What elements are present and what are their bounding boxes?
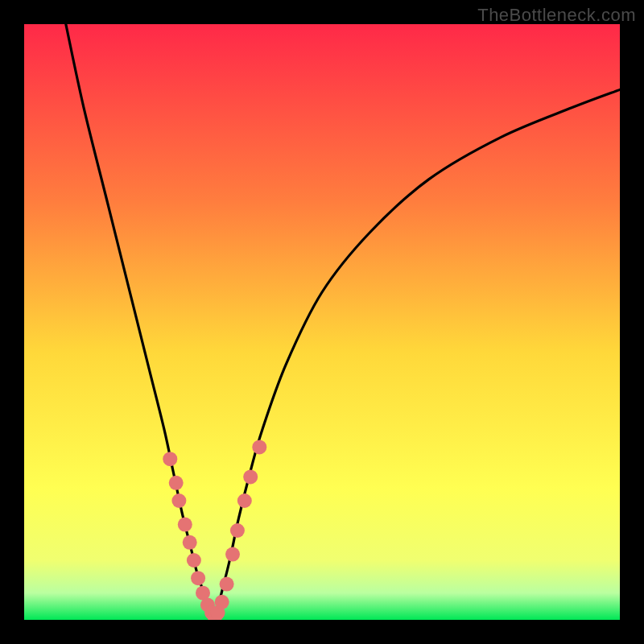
data-dot [243,469,258,484]
data-dot [225,547,240,562]
chart-svg [24,24,620,620]
right-curve [215,89,620,620]
data-dot [215,595,229,609]
data-dot [187,553,201,568]
watermark-text: TheBottleneck.com [477,5,636,26]
data-dot [169,476,184,490]
chart-frame: TheBottleneck.com [0,0,644,644]
data-dot [230,523,245,538]
data-dot [252,440,266,454]
data-dot [178,518,192,532]
left-curve [66,24,215,620]
data-dot [237,493,252,508]
data-dot [191,571,205,585]
data-dot [163,452,177,466]
data-dot [171,493,186,508]
data-dot [183,535,197,550]
data-dot [220,577,234,592]
plot-area [24,24,620,620]
